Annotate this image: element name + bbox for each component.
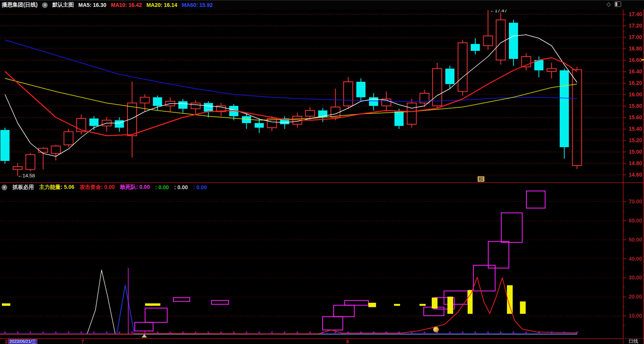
main-price-tick: 16.20 [623, 80, 642, 86]
gold-coin-marker [433, 326, 439, 333]
main-price-tick: 15.80 [623, 103, 642, 109]
chart-canvas[interactable] [0, 10, 644, 344]
trading-app-window: 播恩集团(日线) ∨ 默认主图 MA5: 16.30 MA10: 16.42 M… [0, 0, 644, 344]
selected-date-box[interactable]: 2023/06/21/三 [8, 339, 37, 344]
indicator-name[interactable]: 抓板必用 [13, 184, 34, 191]
ma60-value-label: MA60: 15.92 [182, 2, 213, 8]
main-price-tick: 16.60 [623, 57, 642, 63]
period-label[interactable]: 日线 [623, 339, 643, 344]
main-chart-header: 播恩集团(日线) ∨ 默认主图 MA5: 16.30 MA10: 16.42 M… [0, 0, 644, 10]
date-axis-bar[interactable]: 2 2023/06/21/三 78 [0, 339, 623, 344]
chevron-down-icon[interactable]: ∨ [42, 2, 48, 8]
diamond-icon[interactable]: ◇ [606, 1, 611, 8]
indicator-value-tick: 70.00 [623, 198, 642, 204]
main-price-tick: 17.00 [623, 34, 642, 40]
main-price-tick: 14.80 [623, 160, 642, 166]
overlay-indicator-label[interactable]: 默认主图 [52, 2, 74, 8]
indicator-field-gansidui: 敢死队: 0.00 [120, 184, 150, 191]
ex-rights-marker[interactable]: 权 [478, 176, 484, 182]
main-price-tick: 16.40 [623, 68, 642, 75]
main-price-tick: 16.00 [623, 91, 642, 97]
indicator-value-tick: 10.00 [623, 313, 642, 319]
axis-edge-dash [641, 59, 644, 60]
indicator-field-gongji: 攻击资金: 0.00 [80, 184, 115, 191]
triangle-marker [142, 334, 147, 338]
month-marker: 7 [81, 339, 84, 344]
main-price-axis: 17.4017.2017.0016.8016.6016.4016.2016.00… [623, 10, 644, 183]
stock-title: 播恩集团(日线) [2, 2, 37, 8]
main-price-tick: 15.00 [623, 149, 642, 155]
month-marker: 8 [346, 339, 349, 344]
main-price-tick: 15.60 [623, 114, 642, 120]
indicator-header: ∨ 抓板必用 主力能量: 5.06 攻击资金: 0.00 敢死队: 0.00 :… [2, 184, 207, 191]
indicator-value-tick: 60.00 [623, 217, 642, 224]
date-axis-left-char: 2 [5, 339, 8, 344]
low-price-annotation: ←14.58 [18, 173, 35, 178]
main-price-tick: 15.40 [623, 126, 642, 132]
indicator-value-tick: 20.00 [623, 294, 642, 300]
ma5-value-label: MA5: 16.30 [78, 2, 106, 8]
split-panel-icon[interactable] [615, 2, 621, 7]
indicator-field-blue: : 0.00 [193, 184, 207, 190]
main-price-tick: 17.20 [623, 23, 642, 29]
indicator-value-tick: 40.00 [623, 256, 642, 262]
indicator-value-tick: 30.00 [623, 274, 642, 281]
indicator-field-white: : 0.00 [174, 184, 188, 190]
indicator-field-green: : 0.00 [155, 184, 169, 190]
main-price-tick: 14.60 [623, 172, 642, 178]
main-price-tick: 17.40 [623, 11, 642, 17]
ma10-value-label: MA10: 16.42 [111, 2, 142, 8]
main-price-tick: 15.20 [623, 137, 642, 143]
indicator-field-zhuli: 主力能量: 5.06 [39, 184, 74, 191]
indicator-value-tick: 50.00 [623, 237, 642, 243]
main-price-tick: 16.80 [623, 45, 642, 52]
indicator-value-axis: 70.0060.0050.0040.0030.0020.0010.00 [623, 185, 644, 338]
ma20-value-label: MA20: 16.14 [146, 2, 177, 8]
chevron-down-icon[interactable]: ∨ [2, 185, 7, 190]
